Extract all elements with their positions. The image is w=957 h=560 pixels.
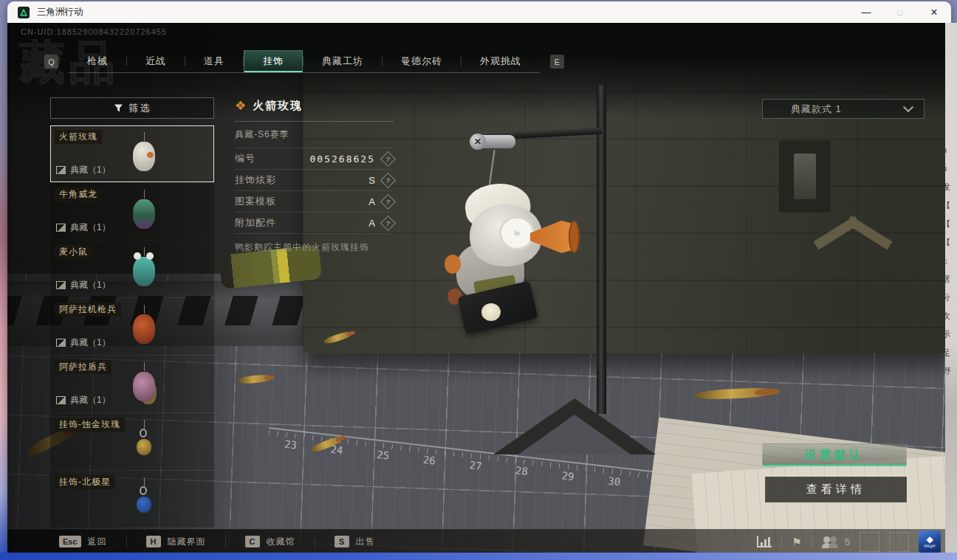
- question-diamond-icon[interactable]: ?: [380, 172, 396, 187]
- item-title: 火箭玫瑰: [253, 99, 303, 113]
- charm-thumbnail: [122, 305, 166, 350]
- funnel-icon: [114, 103, 123, 113]
- tab-mandel-brick[interactable]: 曼德尔砖: [383, 50, 461, 72]
- charm-thumbnail: [122, 477, 166, 523]
- title-bar: 三角洲行动 — □ ×: [7, 1, 951, 23]
- rocket-rose-charm: lo: [436, 178, 591, 370]
- question-diamond-icon[interactable]: ?: [380, 193, 396, 209]
- item-season: 典藏-S6赛季: [235, 122, 394, 148]
- plus-slot-icon[interactable]: +: [860, 532, 879, 552]
- hotkey-sell[interactable]: S 出售: [315, 535, 394, 548]
- tab-next-hotkey[interactable]: E: [550, 55, 564, 69]
- bottom-right-cluster: ⚑ 5 + + ◆ HA◎H: [757, 530, 951, 553]
- account-uid: CN-UID:188529008432220726455: [21, 27, 167, 36]
- item-detail-panel: ❖ 火箭玫瑰 典藏-S6赛季 编号 005268625 ? 挂饰炫彩 S ? 图…: [235, 99, 394, 254]
- crate-latch: [779, 140, 831, 212]
- detail-row-pattern: 图案模板 A ?: [235, 191, 394, 212]
- charm-thumbnail: [122, 362, 166, 408]
- tab-gear[interactable]: 道具: [185, 50, 243, 72]
- clamp-cap-icon: ✕: [470, 134, 486, 150]
- list-item-asara-gunner[interactable]: 阿萨拉机枪兵 典藏（1）: [50, 298, 214, 355]
- bottom-bar: Esc 返回 H 隐藏界面 C 收藏馆 S 出售 ⚑: [7, 529, 951, 553]
- flag-icon[interactable]: ⚑: [792, 536, 801, 547]
- game-viewport: 23 24 25 26 27 28 29 30 ✕ lo: [7, 23, 951, 553]
- list-item-gilded-rose[interactable]: 挂饰-蚀金玫瑰: [50, 413, 214, 470]
- hotkey-back[interactable]: Esc 返回: [40, 535, 127, 548]
- filter-button[interactable]: 筛选: [50, 97, 214, 119]
- list-item-asara-shield[interactable]: 阿萨拉盾兵 典藏（1）: [50, 356, 214, 412]
- frame-icon: [56, 339, 66, 347]
- top-tab-bar: Q 枪械 近战 道具 挂饰 典藏工坊 曼德尔砖 外观挑战 E: [44, 50, 564, 73]
- hotkey-hide-ui[interactable]: H 隐藏界面: [127, 535, 226, 548]
- crate-chevron: [812, 212, 893, 253]
- question-diamond-icon[interactable]: ?: [380, 151, 396, 166]
- detail-row-finish: 挂饰炫彩 S ?: [235, 170, 394, 191]
- minimize-icon[interactable]: —: [849, 1, 883, 23]
- diamond-cluster-icon: ❖: [235, 100, 246, 112]
- list-item-wheat-mouse[interactable]: 麦小鼠 典藏（1）: [50, 241, 214, 297]
- tab-weapons[interactable]: 枪械: [69, 50, 126, 72]
- tab-prev-hotkey[interactable]: Q: [44, 55, 58, 69]
- charm-paw: [445, 255, 461, 274]
- detail-row-serial: 编号 005268625 ?: [235, 148, 394, 170]
- friends-indicator[interactable]: 5: [822, 536, 850, 547]
- game-window: 三角洲行动 — □ × 23 24 25 26 27 28 29 30: [7, 1, 951, 553]
- list-item-horn-dragon[interactable]: 牛角威龙 典藏（1）: [50, 183, 214, 240]
- charm-thumbnail: [122, 420, 166, 466]
- list-item-north-star[interactable]: 挂饰-北极星: [50, 471, 214, 528]
- frame-icon: [56, 224, 66, 232]
- tab-charms[interactable]: 挂饰: [244, 50, 303, 72]
- tab-melee[interactable]: 近战: [127, 50, 185, 72]
- window-title: 三角洲行动: [37, 6, 83, 18]
- chevron-down-icon: [903, 102, 913, 112]
- frame-icon: [56, 166, 66, 174]
- question-diamond-icon[interactable]: ?: [380, 215, 396, 230]
- app-logo: [18, 7, 30, 18]
- plus-slot-icon[interactable]: +: [889, 532, 909, 552]
- frame-icon: [56, 281, 66, 289]
- people-icon: [822, 536, 840, 547]
- frame-icon: [56, 396, 66, 404]
- friends-count: 5: [845, 536, 850, 547]
- style-dropdown[interactable]: 典藏款式 1: [762, 99, 925, 119]
- list-item-rocket-rose[interactable]: 火箭玫瑰 典藏（1）: [50, 125, 214, 182]
- close-icon[interactable]: ×: [917, 1, 951, 23]
- hotkey-collection-hall[interactable]: C 收藏馆: [226, 535, 315, 548]
- desktop-side-text: n h 发 【 【 【 ： 居 分 次 示 足 野: [945, 23, 957, 553]
- charm-trumpet-rim: [569, 221, 580, 253]
- charm-visor: lo: [499, 216, 535, 250]
- charm-list: 火箭玫瑰 典藏（1） 牛角威龙 典藏（1） 麦小鼠 典藏（1） 阿萨拉机枪兵: [50, 125, 214, 528]
- diamond-logo-icon[interactable]: ◆ HA◎H: [919, 530, 941, 553]
- tab-collection-workshop[interactable]: 典藏工坊: [303, 50, 382, 72]
- detail-row-accessory: 附加配件 A ?: [235, 212, 394, 234]
- set-default-button[interactable]: 设置默认: [762, 443, 907, 466]
- bar-chart-icon[interactable]: [757, 536, 772, 547]
- tab-appearance-challenge[interactable]: 外观挑战: [462, 50, 540, 72]
- view-details-button[interactable]: 查看详情: [765, 477, 907, 502]
- item-description: 鸭影鹅踪主题中的火箭玫瑰挂饰: [235, 234, 394, 254]
- maximize-icon[interactable]: □: [883, 1, 917, 23]
- charm-thumbnail: [122, 132, 166, 178]
- desktop-taskbar-strip: [0, 553, 957, 560]
- charm-thumbnail: [122, 247, 166, 293]
- charm-thumbnail: [122, 190, 166, 235]
- charm-rose: [481, 303, 501, 321]
